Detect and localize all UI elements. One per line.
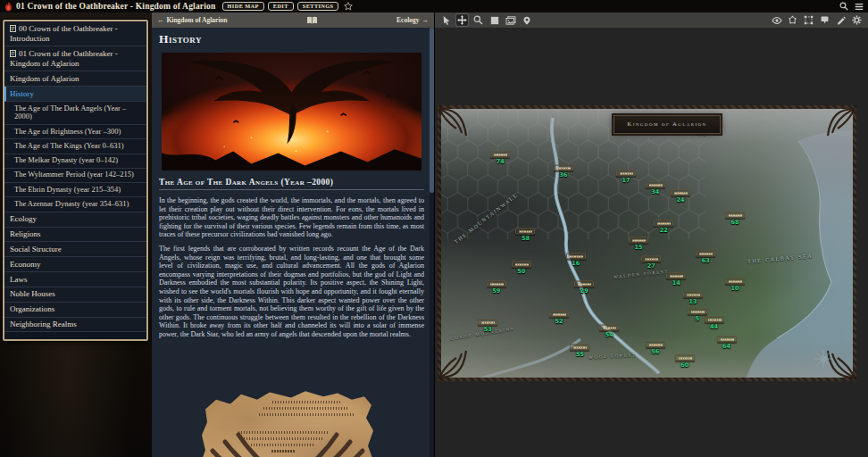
sidebar-item[interactable]: Noble Houses — [4, 287, 146, 303]
sidebar-item-label: The Ebrin Dynasty (year 215–354) — [14, 185, 121, 194]
sidebar-item[interactable]: 00 Crown of the Oathbreaker - Introducti… — [4, 21, 146, 46]
sidebar-item-label: The Age of The Dark Angels (Year –2000) — [14, 104, 126, 121]
map-marker[interactable]: 52 — [549, 311, 569, 324]
article-paragraph: The first legends that are corroborated … — [159, 245, 424, 339]
map-marker[interactable]: 44 — [705, 317, 724, 330]
marker-number: 58 — [522, 235, 530, 242]
map-marker[interactable]: 34 — [646, 181, 665, 195]
map-canvas[interactable]: the mountainwallmountainswalden forestwo… — [438, 105, 856, 381]
marker-number: 34 — [651, 187, 659, 195]
move-tool-icon[interactable] — [456, 14, 468, 26]
favorite-star-icon[interactable] — [344, 2, 353, 11]
marker-number: 14 — [672, 278, 680, 286]
settings-button[interactable]: SETTINGS — [297, 2, 339, 12]
sidebar-item[interactable]: History — [4, 87, 146, 102]
arrow-right-icon: → — [422, 16, 430, 24]
map-marker[interactable]: 64 — [717, 336, 737, 349]
sidebar-item[interactable]: 01 Crown of the Oathbreaker - Kingdom of… — [4, 46, 146, 71]
marker-banner — [616, 170, 636, 177]
bounds-tool-icon[interactable] — [803, 14, 814, 26]
search-icon[interactable] — [839, 0, 848, 14]
visibility-eye-icon[interactable] — [771, 14, 782, 26]
book-icon — [10, 50, 16, 59]
sidebar-item[interactable]: Neighboring Realms — [4, 318, 146, 333]
marker-number: 13 — [689, 298, 697, 305]
marker-banner — [671, 189, 690, 195]
sidebar-item[interactable]: The Melkar Dynasty (year 0–142) — [4, 154, 146, 169]
sidebar-item-label: The Azennar Dynasty (year 354–631) — [14, 199, 129, 208]
prev-article-link[interactable]: ← Kingdom of Aglarion — [157, 16, 227, 24]
marker-banner — [549, 311, 569, 317]
sidebar-item[interactable]: Economy — [4, 257, 146, 272]
map-marker[interactable]: 53 — [478, 320, 497, 333]
map-marker[interactable]: 59 — [487, 280, 506, 294]
label-tool-icon[interactable] — [819, 14, 830, 26]
map-marker[interactable]: 50 — [512, 262, 531, 275]
menu-icon[interactable] — [855, 0, 864, 14]
map-marker[interactable]: 24 — [671, 189, 690, 203]
sidebar-item[interactable]: The Age of The Dark Angels (Year –2000) — [4, 102, 146, 125]
marker-number: 36 — [559, 171, 567, 179]
sidebar-item[interactable]: Ecology — [4, 212, 146, 228]
map-marker[interactable]: 54 — [599, 325, 619, 338]
next-article-label: Ecology — [396, 16, 419, 24]
polygon-tool-icon[interactable] — [787, 14, 798, 26]
marker-banner — [478, 320, 497, 326]
gear-settings-icon[interactable] — [851, 14, 863, 26]
map-marker[interactable]: 56 — [646, 341, 665, 354]
sidebar-item-label: History — [10, 89, 34, 98]
map-marker[interactable]: 60 — [675, 355, 695, 369]
marker-banner — [641, 256, 661, 262]
compass-rose-icon — [814, 349, 833, 369]
sidebar-item[interactable]: Organizations — [4, 303, 146, 318]
sidebar-item[interactable]: The Age of The Kings (Year 0–631) — [4, 139, 146, 154]
next-article-link[interactable]: Ecology → — [396, 16, 429, 24]
edit-button[interactable]: EDIT — [268, 2, 294, 12]
marker-number: 52 — [555, 317, 563, 324]
map-marker[interactable]: 27 — [641, 256, 661, 270]
map-marker[interactable]: 16 — [566, 253, 586, 267]
zoom-tool-icon[interactable] — [472, 14, 484, 26]
sidebar-item-label: Noble Houses — [10, 289, 55, 298]
top-bar: 01 Crown of the Oathbreaker - Kingdom of… — [0, 0, 868, 12]
sidebar-item[interactable]: Laws — [4, 272, 146, 287]
map-marker[interactable]: 58 — [515, 228, 535, 242]
map-marker[interactable]: 13 — [683, 292, 703, 305]
map-marker[interactable]: 15 — [629, 237, 648, 250]
pointer-tool-icon[interactable] — [440, 14, 452, 26]
sidebar-item-label: The Melkar Dynasty (year 0–142) — [14, 155, 118, 164]
map-marker[interactable]: 68 — [725, 212, 745, 225]
sidebar-item[interactable]: Kingdom of Aglarion — [4, 71, 146, 87]
map-marker[interactable]: 14 — [666, 272, 686, 286]
sidebar-item[interactable]: The Age of Brightness (Year –300) — [4, 125, 146, 139]
sidebar-item[interactable]: The Ebrin Dynasty (year 215–354) — [4, 183, 146, 197]
map-marker[interactable]: 29 — [574, 280, 594, 294]
marker-banner — [683, 292, 703, 298]
sidebar-item-label: Organizations — [10, 304, 54, 313]
map-panel: the mountainwallmountainswalden forestwo… — [434, 12, 868, 457]
marker-banner — [599, 325, 619, 331]
sidebar-item[interactable]: Religions — [4, 228, 146, 243]
select-square-tool-icon[interactable] — [488, 14, 500, 26]
section-heading: The Age of The Dark Angels (Year –2000) — [159, 178, 424, 190]
pencil-edit-icon[interactable] — [835, 14, 847, 26]
sidebar-item[interactable]: The Wyltammer Period (year 142–215) — [4, 169, 146, 183]
book-icon[interactable] — [227, 15, 396, 25]
map-title: Kingdom of Aglarion — [627, 120, 706, 128]
map-marker[interactable]: 74 — [490, 151, 510, 164]
hide-map-button[interactable]: HIDE MAP — [222, 2, 264, 12]
map-marker[interactable]: 63 — [696, 250, 715, 263]
sidebar-item-label: Social Structure — [10, 245, 62, 253]
pin-tool-icon[interactable] — [521, 14, 532, 26]
sidebar-item-label: Laws — [10, 275, 28, 284]
map-marker[interactable]: 17 — [616, 170, 636, 184]
map-marker[interactable]: 55 — [570, 345, 589, 358]
map-marker[interactable]: 36 — [554, 165, 573, 179]
sidebar-item[interactable]: Social Structure — [4, 242, 146, 257]
image-tool-icon[interactable] — [505, 14, 516, 26]
sidebar-item[interactable]: The Azennar Dynasty (year 354–631) — [4, 197, 146, 212]
map-marker[interactable]: 22 — [654, 220, 673, 233]
marker-banner — [725, 278, 745, 284]
map-marker[interactable]: 10 — [725, 278, 745, 291]
flame-logo-icon — [4, 2, 13, 12]
